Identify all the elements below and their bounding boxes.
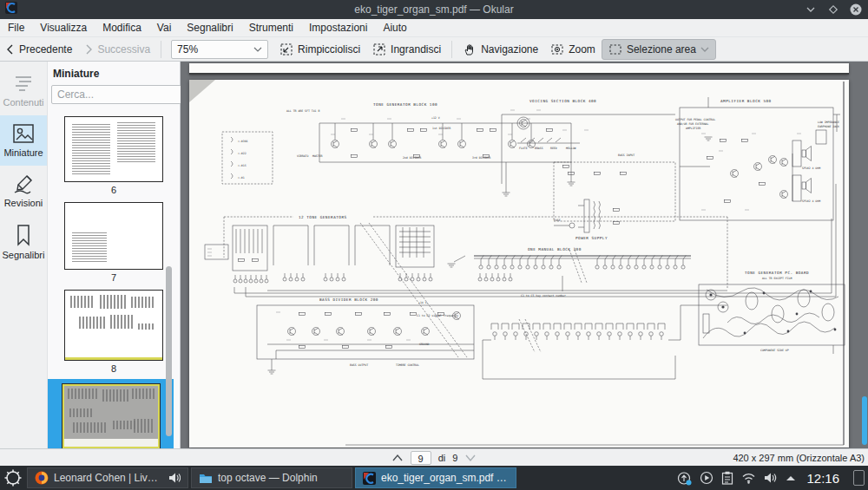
page-8-bottom <box>189 63 849 75</box>
svg-text:=.0366: =.0366 <box>238 140 248 143</box>
svg-text:TIMBRE CONTROL: TIMBRE CONTROL <box>396 363 419 367</box>
folder-icon <box>199 472 213 484</box>
svg-text:EARPHONE JACK: EARPHONE JACK <box>818 125 839 128</box>
updates-icon[interactable] <box>677 471 692 486</box>
menubar: File Visualizza Modifica Vai Segnalibri … <box>0 19 868 37</box>
sidebar-label-segnalibri: Segnalibri <box>3 250 45 260</box>
menu-strumenti[interactable]: Strumenti <box>241 19 301 37</box>
menu-modifica[interactable]: Modifica <box>95 19 149 37</box>
panel-scrollbar[interactable] <box>166 266 172 436</box>
sidebar-item-segnalibri[interactable]: Segnalibri <box>0 216 47 268</box>
svg-text:COMPONENT SIDE UP: COMPONENT SIDE UP <box>760 349 789 352</box>
thumbnail-page-number: 7 <box>111 272 116 283</box>
okular-icon <box>363 472 376 485</box>
statusbar: 9 di 9 420 x 297 mm (Orizzontale A3) <box>0 448 868 466</box>
volume-icon[interactable] <box>764 472 778 484</box>
toolbar: Precedente Successiva 75% Rimpicciolisci… <box>0 37 868 62</box>
contents-icon <box>12 74 35 95</box>
menu-vai[interactable]: Vai <box>149 19 179 37</box>
toolbar-separator <box>451 41 452 58</box>
chevron-right-icon <box>84 44 93 55</box>
schematic-drawing: TONE GENERATOR BLOCK 100 ALL TR ARE SFT … <box>189 80 849 448</box>
svg-text:C1 to G2 signal frequency: C1 to G2 signal frequency <box>417 314 458 317</box>
area-selection-button[interactable]: Selezione area <box>602 39 716 60</box>
of-label: di <box>438 453 446 463</box>
thumbnails-icon <box>11 122 36 145</box>
task-label: top octave — Dolphin <box>218 472 345 484</box>
svg-text:ALL TR ARE SFT T41 B: ALL TR ARE SFT T41 B <box>286 109 319 113</box>
task-label: Leonard Cohen | Live: 1993.0... <box>54 472 163 484</box>
audio-playing-icon[interactable] <box>168 473 181 483</box>
task-firefox[interactable]: Leonard Cohen | Live: 1993.0... <box>27 467 188 488</box>
menu-aiuto[interactable]: Aiuto <box>375 19 414 37</box>
zoom-tool-label: Zoom <box>569 43 595 56</box>
media-player-icon[interactable] <box>700 471 713 485</box>
svg-text:ONE MANUAL BLOCK 300: ONE MANUAL BLOCK 300 <box>528 247 582 252</box>
zoom-value: 75% <box>177 43 253 56</box>
menu-file[interactable]: File <box>0 19 32 37</box>
close-button[interactable] <box>849 3 863 16</box>
svg-text:3rd DIVIDER: 3rd DIVIDER <box>472 156 490 160</box>
zoom-out-icon <box>279 42 293 56</box>
svg-text:+14 V.: +14 V. <box>418 301 429 304</box>
window-title: eko_tiger_organ_sm.pdf — Okular <box>0 3 868 16</box>
thumbnail-page-6[interactable]: 6 <box>48 111 180 197</box>
annotation-pen-icon <box>11 173 36 195</box>
zoom-tool-button[interactable]: Zoom <box>544 40 602 59</box>
app-launcher-button[interactable] <box>0 466 26 490</box>
search-input[interactable] <box>51 85 198 104</box>
sidebar-item-revisioni[interactable]: Revisioni <box>0 166 47 216</box>
browse-tool-label: Navigazione <box>481 43 538 56</box>
thumbnail-page-8[interactable]: 8 <box>48 284 180 376</box>
page-size-info: 420 x 297 mm (Orizzontale A3) <box>733 453 865 463</box>
svg-text:BASS DIVIDER BLOCK 200: BASS DIVIDER BLOCK 200 <box>319 297 378 302</box>
show-desktop-button[interactable] <box>853 470 865 486</box>
chevron-up-icon[interactable] <box>391 454 404 462</box>
svg-text:BRASS: BRASS <box>535 147 543 150</box>
zoom-combobox[interactable]: 75% <box>171 40 268 59</box>
sidebar-item-contenuti[interactable]: Contenuti <box>0 67 47 115</box>
hand-icon <box>463 42 477 56</box>
page-count: 9 <box>452 453 457 463</box>
titlebar: eko_tiger_organ_sm.pdf — Okular <box>0 0 868 19</box>
thumbnail-page-7[interactable]: 7 <box>48 197 180 284</box>
maximize-button[interactable] <box>826 3 840 16</box>
wifi-icon[interactable] <box>741 472 756 484</box>
sidebar-item-miniature[interactable]: Miniature <box>0 115 47 166</box>
svg-text:AMPLIFIER: AMPLIFIER <box>686 127 700 130</box>
menu-impostazioni[interactable]: Impostazioni <box>301 19 375 37</box>
thumbnail-page-number: 8 <box>111 363 116 374</box>
task-okular[interactable]: eko_tiger_organ_sm.pdf — Okular <box>355 467 516 488</box>
clock[interactable]: 12:16 <box>806 471 839 486</box>
svg-text:LOW IMPEDANCE: LOW IMPEDANCE <box>818 121 839 124</box>
svg-text:+12 V: +12 V <box>431 116 440 120</box>
thumbnail-page-9[interactable]: 9 <box>48 379 174 448</box>
tray-expand-icon[interactable] <box>786 474 796 481</box>
vertical-scrollbar[interactable] <box>862 396 867 445</box>
sidebar-label-revisioni: Revisioni <box>4 198 43 208</box>
chevron-down-icon <box>700 46 709 53</box>
svg-text:VOICING SECTION BLOCK 400: VOICING SECTION BLOCK 400 <box>529 99 596 103</box>
task-label: eko_tiger_organ_sm.pdf — Okular <box>381 472 509 484</box>
zoom-in-button[interactable]: Ingrandisci <box>366 40 447 59</box>
svg-text:AND/OR FOR EXTERNAL: AND/OR FOR EXTERNAL <box>677 122 709 126</box>
task-dolphin[interactable]: top octave — Dolphin <box>191 467 352 488</box>
zoom-out-button[interactable]: Rimpicciolisci <box>273 40 366 59</box>
okular-window: eko_tiger_organ_sm.pdf — Okular File Vis… <box>0 0 868 490</box>
menu-segnalibri[interactable]: Segnalibri <box>179 19 240 37</box>
sidebar-label-contenuti: Contenuti <box>3 97 43 108</box>
svg-text:C1 to C5 key contact number: C1 to C5 key contact number <box>521 294 566 297</box>
thumbnail-list: 6 7 <box>48 109 180 448</box>
svg-text:VIBRATO: VIBRATO <box>297 154 309 158</box>
zoom-out-label: Rimpicciolisci <box>298 43 360 56</box>
menu-visualizza[interactable]: Visualizza <box>32 19 95 37</box>
document-view[interactable]: TONE GENERATOR BLOCK 100 ALL TR ARE SFT … <box>181 62 868 448</box>
svg-text:TONE GENERATOR PC. BOARD: TONE GENERATOR PC. BOARD <box>745 271 809 275</box>
previous-page-button[interactable]: Precedente <box>0 41 78 58</box>
browse-tool-button[interactable]: Navigazione <box>457 40 544 59</box>
chevron-down-icon[interactable] <box>464 454 477 462</box>
clipboard-icon[interactable] <box>721 471 733 485</box>
current-page-input[interactable]: 9 <box>411 451 431 465</box>
minimize-button[interactable] <box>804 3 818 16</box>
next-page-button[interactable]: Successiva <box>78 41 156 58</box>
